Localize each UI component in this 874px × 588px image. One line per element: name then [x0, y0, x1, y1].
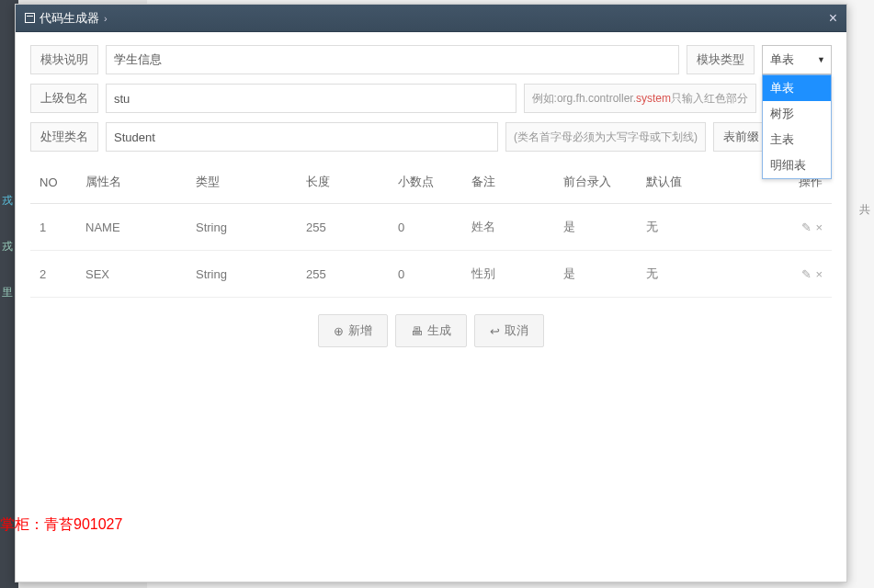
form-row-class: 处理类名 (类名首字母必须为大写字母或下划线) 表前缀	[30, 122, 832, 152]
col-dec: 小数点	[389, 161, 462, 204]
delete-icon[interactable]: ×	[815, 267, 823, 281]
class-label: 处理类名	[30, 122, 98, 152]
watermark-text: 掌柜：青苔901027	[0, 515, 122, 535]
cell-no: 1	[30, 204, 76, 251]
table-row: 1NAMEString2550姓名是无✎×	[30, 204, 832, 251]
module-desc-input[interactable]	[106, 45, 679, 74]
cell-type: String	[187, 204, 297, 251]
module-type-dropdown: 单表 树形 主表 明细表	[762, 74, 832, 179]
cell-len: 255	[297, 204, 389, 251]
cell-len: 255	[297, 251, 389, 298]
option-tree[interactable]: 树形	[763, 101, 831, 127]
cancel-button[interactable]: ↩ 取消	[474, 314, 544, 347]
close-icon[interactable]: ×	[829, 5, 837, 32]
cell-actions: ✎×	[777, 204, 832, 251]
form-row-package: 上级包名 例如:org.fh.controller.system 只输入红色部分…	[30, 84, 832, 113]
cell-remark: 性别	[462, 251, 554, 298]
col-type: 类型	[187, 161, 297, 204]
col-attr: 属性名	[76, 161, 187, 204]
window-icon	[25, 13, 35, 23]
cell-no: 2	[30, 251, 76, 298]
print-icon: 🖶	[411, 324, 423, 338]
modal-body: 模块说明 模块类型 单表 单表 树形 主表 明细表 上级包名	[16, 32, 846, 360]
edit-icon[interactable]: ✎	[801, 220, 812, 234]
package-input[interactable]	[106, 84, 516, 113]
table-header-row: NO 属性名 类型 长度 小数点 备注 前台录入 默认值 操作	[30, 161, 832, 204]
chevron-right-icon: ›	[104, 5, 108, 32]
cell-default: 无	[637, 251, 777, 298]
col-no: NO	[30, 161, 76, 204]
undo-icon: ↩	[490, 324, 500, 338]
cell-type: String	[187, 251, 297, 298]
module-desc-label: 模块说明	[30, 45, 98, 74]
cell-attr: NAME	[76, 204, 187, 251]
modal-header: 代码生成器 › ×	[16, 5, 846, 32]
plus-icon: ⊕	[334, 324, 344, 338]
cell-front: 是	[554, 251, 637, 298]
cell-default: 无	[637, 204, 777, 251]
col-len: 长度	[297, 161, 389, 204]
edit-icon[interactable]: ✎	[801, 267, 812, 281]
col-front: 前台录入	[554, 161, 637, 204]
cell-remark: 姓名	[462, 204, 554, 251]
class-input[interactable]	[106, 122, 498, 152]
code-generator-modal: 代码生成器 › × 模块说明 模块类型 单表 单表 树形 主表 明细表	[15, 4, 847, 582]
option-detail[interactable]: 明细表	[763, 153, 831, 178]
prefix-label: 表前缀	[713, 122, 769, 152]
cell-attr: SEX	[76, 251, 187, 298]
option-single[interactable]: 单表	[763, 75, 831, 101]
delete-icon[interactable]: ×	[815, 220, 823, 234]
table-row: 2SEXString2550性别是无✎×	[30, 251, 832, 298]
cell-dec: 0	[389, 251, 462, 298]
class-hint: (类名首字母必须为大写字母或下划线)	[505, 122, 706, 152]
attributes-table: NO 属性名 类型 长度 小数点 备注 前台录入 默认值 操作 1NAMEStr…	[30, 161, 832, 298]
cell-dec: 0	[389, 204, 462, 251]
col-default: 默认值	[637, 161, 777, 204]
generate-button[interactable]: 🖶 生成	[395, 314, 467, 347]
form-row-module: 模块说明 模块类型 单表 单表 树形 主表 明细表	[30, 45, 832, 74]
cell-actions: ✎×	[777, 251, 832, 298]
add-button[interactable]: ⊕ 新增	[318, 314, 388, 347]
package-label: 上级包名	[30, 84, 98, 113]
modal-backdrop: 代码生成器 › × 模块说明 模块类型 单表 单表 树形 主表 明细表	[0, 0, 874, 588]
col-remark: 备注	[462, 161, 554, 204]
cell-front: 是	[554, 204, 637, 251]
module-type-select[interactable]: 单表 单表 树形 主表 明细表	[762, 45, 832, 74]
module-type-label: 模块类型	[687, 45, 755, 74]
button-row: ⊕ 新增 🖶 生成 ↩ 取消	[30, 314, 832, 347]
package-hint: 例如:org.fh.controller.system 只输入红色部分	[524, 84, 756, 113]
module-type-value: 单表	[770, 51, 794, 68]
option-main[interactable]: 主表	[763, 127, 831, 153]
modal-title: 代码生成器	[40, 5, 99, 32]
